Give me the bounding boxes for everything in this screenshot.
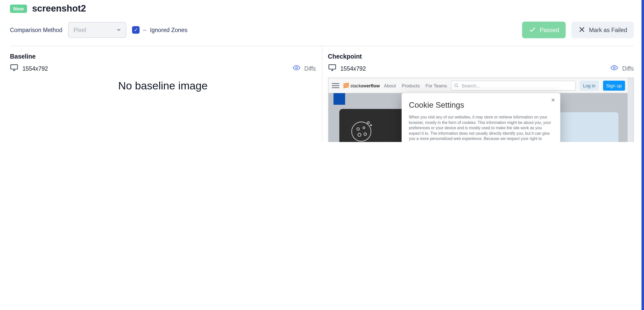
- monitor-icon: [328, 64, 336, 73]
- cookie-icon: [348, 118, 374, 142]
- svg-point-18: [370, 124, 371, 126]
- stackoverflow-icon: [343, 83, 349, 88]
- svg-point-13: [357, 128, 359, 130]
- teams-promo-card: A private collaboration & knowledge shar…: [556, 112, 618, 142]
- svg-point-12: [352, 122, 371, 141]
- hero-accent-block: [333, 93, 345, 105]
- nav-for-teams[interactable]: For Teams: [426, 83, 447, 88]
- svg-point-5: [295, 67, 297, 69]
- baseline-diffs-label[interactable]: Diffs: [304, 65, 316, 72]
- baseline-subheader: 1554x792 Diffs: [10, 64, 316, 73]
- nav-products[interactable]: Products: [402, 83, 420, 88]
- svg-line-11: [457, 86, 458, 87]
- mark-as-failed-button[interactable]: Mark as Failed: [571, 22, 634, 38]
- svg-point-14: [363, 127, 365, 129]
- svg-point-9: [613, 67, 615, 69]
- eye-icon[interactable]: [611, 64, 618, 73]
- controls-row: Comparison Method Pixel ✓ – Ignored Zone…: [10, 22, 634, 46]
- mark-as-failed-label: Mark as Failed: [589, 27, 627, 33]
- x-icon: [578, 26, 586, 34]
- comparison-method-value: Pixel: [74, 27, 86, 33]
- passed-button[interactable]: Passed: [522, 22, 566, 38]
- so-search-input[interactable]: Search...: [451, 80, 575, 90]
- page-title: screenshot2: [32, 3, 86, 14]
- svg-rect-6: [329, 65, 336, 69]
- page-scrollbar[interactable]: [641, 0, 644, 142]
- stackoverflow-logo[interactable]: stackoverflow: [343, 83, 380, 88]
- baseline-dimensions: 1554x792: [23, 65, 48, 72]
- svg-point-17: [367, 122, 369, 124]
- brand-right: overflow: [361, 83, 380, 88]
- checkbox-checked-icon: ✓: [132, 26, 140, 34]
- login-button[interactable]: Log in: [580, 80, 599, 90]
- so-nav: About Products For Teams: [384, 83, 447, 88]
- signup-button[interactable]: Sign up: [603, 80, 625, 90]
- cookie-settings-modal: × Cookie Settings When you visit any of …: [401, 93, 560, 142]
- svg-rect-2: [11, 65, 18, 69]
- hamburger-icon[interactable]: [332, 83, 339, 88]
- chevron-down-icon: [117, 29, 121, 31]
- brand-left: stack: [350, 83, 361, 88]
- close-icon[interactable]: ×: [551, 96, 555, 104]
- checkpoint-preview: stackoverflow About Products For Teams S…: [328, 78, 634, 142]
- so-topbar: stackoverflow About Products For Teams S…: [328, 78, 628, 93]
- no-baseline-message: No baseline image: [10, 79, 316, 92]
- svg-point-15: [358, 133, 361, 136]
- baseline-title: Baseline: [10, 53, 316, 60]
- checkpoint-pane: Checkpoint 1554x792 Diffs: [322, 46, 634, 142]
- checkpoint-subheader: 1554x792 Diffs: [328, 64, 634, 73]
- baseline-pane: Baseline 1554x792 Diffs No baseline imag…: [10, 46, 322, 142]
- dash-indicator: –: [143, 26, 147, 34]
- header: New screenshot2: [10, 0, 634, 22]
- comparison-method-label: Comparison Method: [10, 27, 62, 33]
- ignored-zones-label: Ignored Zones: [150, 27, 187, 33]
- new-badge: New: [10, 5, 27, 13]
- checkpoint-dimensions: 1554x792: [340, 65, 366, 72]
- nav-about[interactable]: About: [384, 83, 396, 88]
- cookie-modal-description: When you visit any of our websites, it m…: [409, 115, 552, 142]
- check-icon: [529, 26, 536, 34]
- comparison-method-select[interactable]: Pixel: [68, 22, 126, 38]
- svg-point-16: [364, 133, 366, 135]
- eye-icon[interactable]: [293, 64, 300, 73]
- ignored-zones-checkbox[interactable]: ✓ – Ignored Zones: [132, 26, 187, 34]
- preview-scrollbar-vertical[interactable]: [627, 78, 633, 142]
- monitor-icon: [10, 64, 18, 73]
- search-icon: [454, 83, 459, 88]
- cookie-modal-title: Cookie Settings: [409, 101, 552, 110]
- passed-label: Passed: [540, 27, 559, 33]
- comparison-panes: Baseline 1554x792 Diffs No baseline imag…: [10, 46, 634, 142]
- checkpoint-diffs-label[interactable]: Diffs: [622, 65, 634, 72]
- search-placeholder: Search...: [462, 83, 480, 88]
- svg-point-10: [455, 84, 458, 87]
- checkpoint-title: Checkpoint: [328, 53, 634, 60]
